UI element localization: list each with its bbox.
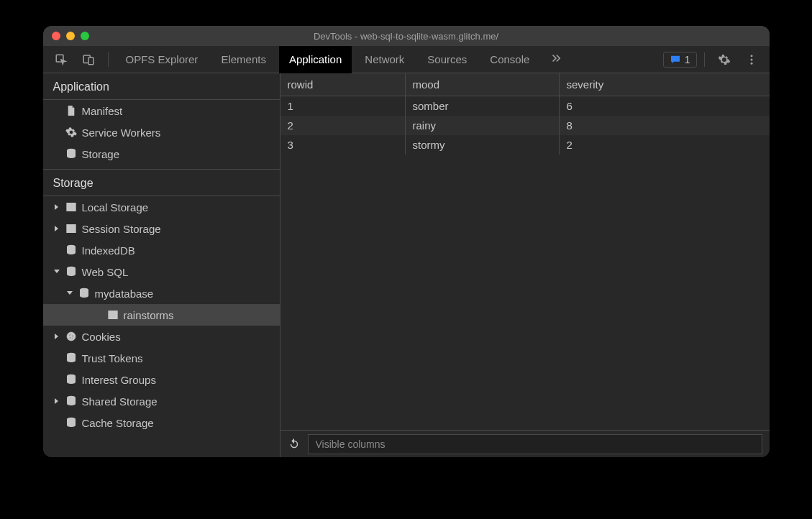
main-toolbar: OPFS ExplorerElementsApplicationNetworkS… [43, 46, 770, 73]
sidebar-section-header: Storage [43, 169, 280, 196]
chevron-double-right-icon [549, 52, 562, 65]
table-bottombar [280, 430, 770, 457]
sidebar-item-label: Storage [82, 148, 120, 160]
window-titlebar: DevTools - web-sql-to-sqlite-wasm.glitch… [43, 26, 770, 46]
table-cell: 3 [280, 135, 406, 155]
sidebar-section-header: Application [43, 73, 280, 100]
traffic-lights [52, 32, 89, 40]
sidebar-item-label: Cookies [82, 331, 121, 343]
chevron-right-icon [53, 398, 60, 405]
toolbar-separator [704, 52, 705, 67]
sidebar-item-rainstorms[interactable]: rainstorms [43, 304, 280, 326]
svg-point-3 [750, 55, 752, 57]
column-header-rowid[interactable]: rowid [280, 73, 406, 96]
dots-vertical-icon [745, 53, 758, 66]
tab-sources[interactable]: Sources [417, 46, 477, 73]
svg-point-21 [72, 335, 73, 336]
main-content: ApplicationManifestService WorkersStorag… [43, 73, 770, 457]
table-header-row: rowidmoodseverity [280, 73, 770, 96]
database-icon [65, 244, 78, 257]
issues-count: 1 [685, 54, 690, 65]
sidebar-item-mydatabase[interactable]: mydatabase [43, 283, 280, 304]
maximize-button[interactable] [81, 32, 89, 40]
table-cell: 2 [280, 116, 406, 135]
device-toggle-button[interactable] [76, 49, 101, 70]
sidebar-item-storage[interactable]: Storage [43, 143, 280, 165]
table-cell: somber [406, 96, 560, 116]
tab-application[interactable]: Application [279, 46, 352, 73]
sidebar-item-shared-storage[interactable]: Shared Storage [43, 390, 280, 412]
toolbar-separator [108, 52, 109, 67]
application-sidebar: ApplicationManifestService WorkersStorag… [43, 73, 280, 457]
chevron-right-icon [53, 203, 60, 211]
column-header-severity[interactable]: severity [560, 73, 770, 96]
sidebar-item-label: Manifest [82, 105, 123, 117]
issues-badge[interactable]: 1 [663, 52, 697, 68]
inspect-element-button[interactable] [49, 49, 73, 70]
table-row[interactable]: 1somber6 [280, 96, 770, 116]
sidebar-item-local-storage[interactable]: Local Storage [43, 196, 280, 218]
svg-point-19 [67, 332, 76, 341]
devtools-window: DevTools - web-sql-to-sqlite-wasm.glitch… [43, 26, 770, 457]
sidebar-item-web-sql[interactable]: Web SQL [43, 261, 280, 283]
sidebar-item-label: Cache Storage [82, 417, 154, 429]
table-row[interactable]: 3stormy2 [280, 135, 770, 155]
refresh-button[interactable] [288, 438, 301, 451]
sidebar-item-cookies[interactable]: Cookies [43, 326, 280, 347]
table-cell: 6 [560, 96, 770, 116]
message-icon [670, 54, 681, 65]
sidebar-item-label: Shared Storage [82, 395, 158, 408]
tab-elements[interactable]: Elements [211, 46, 276, 73]
sidebar-item-label: Trust Tokens [82, 352, 143, 364]
table-panel: rowidmoodseverity 1somber62rainy83stormy… [280, 73, 770, 457]
svg-point-5 [750, 62, 752, 64]
table-cell: rainy [406, 116, 560, 135]
gear-icon [65, 126, 78, 139]
inspect-icon [55, 53, 68, 66]
tab-opfs-explorer[interactable]: OPFS Explorer [116, 46, 209, 73]
visible-columns-input[interactable] [308, 434, 762, 454]
device-icon [82, 53, 95, 66]
svg-point-23 [72, 338, 73, 339]
sidebar-item-trust-tokens[interactable]: Trust Tokens [43, 347, 280, 369]
minimize-button[interactable] [66, 32, 75, 40]
column-header-mood[interactable]: mood [406, 73, 560, 96]
tab-network[interactable]: Network [355, 46, 414, 73]
sidebar-item-label: Interest Groups [82, 374, 156, 386]
table-cell: 2 [560, 135, 770, 155]
svg-point-22 [69, 337, 70, 339]
close-button[interactable] [52, 32, 60, 40]
database-icon [65, 395, 78, 408]
sidebar-item-session-storage[interactable]: Session Storage [43, 218, 280, 239]
table-row[interactable]: 2rainy8 [280, 116, 770, 135]
sidebar-item-label: Service Workers [82, 127, 161, 139]
database-icon [65, 416, 78, 429]
sidebar-item-label: Session Storage [82, 223, 161, 235]
table-icon [65, 222, 78, 235]
sidebar-item-indexeddb[interactable]: IndexedDB [43, 239, 280, 261]
cookie-icon [65, 330, 78, 343]
file-icon [65, 104, 78, 117]
database-icon [65, 147, 78, 160]
table-icon [65, 201, 78, 213]
tabs-overflow-button[interactable] [542, 52, 570, 68]
svg-point-20 [69, 334, 70, 336]
svg-rect-2 [88, 58, 93, 65]
sidebar-item-label: IndexedDB [82, 244, 135, 257]
table-cell: 1 [280, 96, 406, 116]
sidebar-item-manifest[interactable]: Manifest [43, 100, 280, 121]
chevron-right-icon [53, 225, 60, 232]
database-icon [65, 352, 78, 364]
tab-console[interactable]: Console [480, 46, 539, 73]
refresh-icon [288, 438, 301, 451]
sidebar-item-label: mydatabase [95, 288, 154, 300]
sidebar-item-label: Local Storage [82, 201, 149, 213]
sidebar-item-interest-groups[interactable]: Interest Groups [43, 369, 280, 390]
sidebar-item-service-workers[interactable]: Service Workers [43, 121, 280, 143]
kebab-menu-button[interactable] [739, 49, 764, 70]
data-table: rowidmoodseverity 1somber62rainy83stormy… [280, 73, 770, 430]
table-cell: stormy [406, 135, 560, 155]
sidebar-item-cache-storage[interactable]: Cache Storage [43, 412, 280, 433]
settings-button[interactable] [712, 49, 736, 70]
database-icon [65, 265, 78, 278]
